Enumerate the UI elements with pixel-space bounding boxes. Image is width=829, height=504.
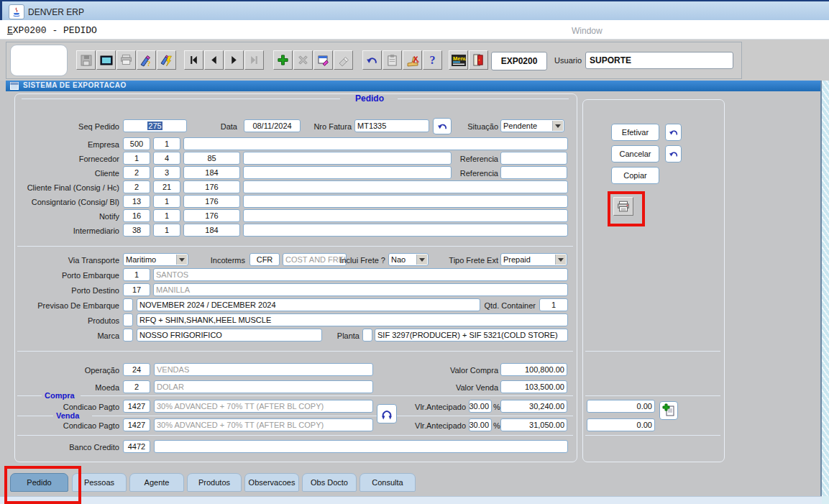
user-field[interactable]: SUPORTE bbox=[585, 52, 733, 69]
delete-record-button[interactable] bbox=[293, 50, 313, 70]
notify-name-field[interactable] bbox=[243, 209, 568, 222]
menu-item-window[interactable]: Window bbox=[572, 26, 603, 36]
tipo-frete-dropdown[interactable]: Prepaid bbox=[500, 253, 567, 266]
via-transporte-dropdown[interactable]: Maritimo bbox=[123, 253, 188, 266]
cancelar-undo-button[interactable] bbox=[665, 145, 682, 162]
seq-pedido-field[interactable]: 275 bbox=[123, 119, 187, 132]
cliente-code1-field[interactable]: 2 bbox=[123, 166, 150, 179]
cliente-code3-field[interactable]: 184 bbox=[183, 166, 240, 179]
previous-record-button[interactable] bbox=[204, 50, 224, 70]
vlr-extra-compra-field[interactable]: 0.00 bbox=[587, 400, 655, 413]
cliente-final-code3-field[interactable]: 176 bbox=[183, 180, 240, 193]
situacao-dropdown[interactable]: Pendente bbox=[500, 119, 564, 132]
vlr-antecipado-venda-pct-field[interactable]: 30.00 bbox=[469, 418, 492, 431]
efetivar-undo-button[interactable] bbox=[665, 124, 682, 141]
consigntario-code2-field[interactable]: 1 bbox=[153, 195, 180, 208]
previsao-field[interactable]: NOVEMBER 2024 / DECEMBER 2024 bbox=[137, 298, 480, 311]
last-record-button[interactable] bbox=[244, 50, 264, 70]
efetivar-button[interactable]: Efetivar bbox=[611, 124, 659, 141]
planta-field[interactable]: SIF 3297(PRODUCER) + SIF 5321(COLD STORE… bbox=[375, 329, 568, 342]
tab-produtos[interactable]: Produtos bbox=[187, 473, 242, 492]
query-edit-button[interactable] bbox=[313, 50, 333, 70]
cliente-code2-field[interactable]: 3 bbox=[153, 166, 180, 179]
planta-flag-field[interactable] bbox=[362, 329, 372, 342]
produtos-field[interactable]: RFQ + SHIN,SHANK,HEEL MUSCLE bbox=[137, 313, 568, 326]
clipboard-button[interactable] bbox=[383, 50, 402, 70]
intermediario-name-field[interactable] bbox=[243, 224, 568, 237]
tab-obs-docto[interactable]: Obs Docto bbox=[302, 473, 357, 492]
inclui-frete-dropdown[interactable]: Nao bbox=[388, 253, 429, 266]
fornecedor-code2-field[interactable]: 4 bbox=[153, 152, 180, 165]
notify-code1-field[interactable]: 16 bbox=[123, 209, 150, 222]
screen-button[interactable] bbox=[96, 50, 116, 70]
intermediario-code2-field[interactable]: 1 bbox=[153, 224, 180, 237]
menu-button[interactable]: Menu bbox=[449, 50, 468, 70]
cliente-final-name-field[interactable] bbox=[243, 180, 568, 193]
tab-pessoas[interactable]: Pessoas bbox=[72, 473, 127, 492]
copiar-button[interactable]: Copiar bbox=[611, 167, 659, 184]
undo-button[interactable] bbox=[362, 50, 382, 70]
consigntario-code3-field[interactable]: 176 bbox=[183, 195, 240, 208]
previsao-flag-field[interactable] bbox=[123, 298, 133, 311]
tab-observacoes[interactable]: Observacoes bbox=[244, 473, 299, 492]
swap-condicoes-button[interactable] bbox=[377, 404, 397, 423]
fornecedor-name-field[interactable] bbox=[243, 152, 452, 165]
data-field[interactable]: 08/11/2024 bbox=[244, 119, 301, 132]
porto-destino-code-field[interactable]: 17 bbox=[123, 283, 150, 296]
exit-button[interactable] bbox=[469, 50, 488, 70]
tab-agente[interactable]: Agente bbox=[129, 473, 184, 492]
help-button[interactable]: ? bbox=[423, 50, 442, 70]
vlr-antecipado-compra-pct-field[interactable]: 30.00 bbox=[469, 400, 492, 413]
nro-fatura-field[interactable]: MT1335 bbox=[354, 119, 429, 132]
fornecedor-code1-field[interactable]: 1 bbox=[123, 152, 150, 165]
vlr-antecipado-venda-field[interactable]: 31,050.00 bbox=[500, 418, 567, 431]
next-record-button[interactable] bbox=[224, 50, 244, 70]
cliente-referencia-field[interactable] bbox=[500, 166, 567, 179]
condicao-compra-code-field[interactable]: 1427 bbox=[123, 400, 150, 413]
notify-code3-field[interactable]: 176 bbox=[183, 209, 240, 222]
tab-pedido[interactable]: Pedido bbox=[10, 473, 68, 492]
fatura-undo-button[interactable] bbox=[433, 118, 452, 134]
consigntario-name-field[interactable] bbox=[243, 195, 568, 208]
marca-flag-field[interactable] bbox=[123, 329, 133, 342]
marca-field[interactable]: NOSSO FRIGORIFICO bbox=[137, 329, 322, 342]
empresa-name-field[interactable] bbox=[183, 137, 568, 150]
cliente-final-code2-field[interactable]: 21 bbox=[153, 180, 180, 193]
intermediario-code1-field[interactable]: 38 bbox=[123, 224, 150, 237]
consigntario-code1-field[interactable]: 13 bbox=[123, 195, 150, 208]
wizard-run-button[interactable] bbox=[157, 50, 176, 70]
save-button[interactable] bbox=[76, 50, 96, 70]
moeda-code-field[interactable]: 2 bbox=[123, 380, 150, 393]
tab-consulta[interactable]: Consulta bbox=[359, 473, 416, 492]
banco-credito-code-field[interactable]: 4472 bbox=[123, 440, 150, 453]
qtd-container-field[interactable]: 1 bbox=[539, 298, 568, 311]
operacao-code-field[interactable]: 24 bbox=[123, 363, 150, 376]
add-record-button[interactable] bbox=[273, 50, 293, 70]
incoterms-code-field[interactable]: CFR bbox=[249, 253, 280, 266]
cliente-final-code1-field[interactable]: 2 bbox=[123, 180, 150, 193]
valor-compra-field[interactable]: 100,800.00 bbox=[500, 363, 567, 376]
intermediario-code3-field[interactable]: 184 bbox=[183, 224, 240, 237]
condicao-venda-code-field[interactable]: 1427 bbox=[123, 418, 150, 431]
cliente-name-field[interactable] bbox=[243, 166, 452, 179]
empresa-code2-field[interactable]: 1 bbox=[153, 137, 180, 150]
empresa-code1-field[interactable]: 500 bbox=[123, 137, 150, 150]
vlr-antecipado-compra-field[interactable]: 30,240.00 bbox=[500, 400, 567, 413]
first-record-button[interactable] bbox=[184, 50, 203, 70]
print-order-button[interactable] bbox=[613, 197, 633, 216]
produtos-flag-field[interactable] bbox=[123, 313, 133, 326]
vlr-extra-venda-field[interactable]: 0.00 bbox=[587, 418, 655, 431]
wizard-help-button[interactable]: ? bbox=[137, 50, 156, 70]
notify-code2-field[interactable]: 1 bbox=[153, 209, 180, 222]
add-document-button[interactable] bbox=[659, 401, 678, 420]
menu-item-exp0200-pedido[interactable]: EXP0200 - PEDIDO bbox=[7, 25, 97, 36]
inner-window-titlebar[interactable]: SISTEMA DE EXPORTACAO bbox=[6, 81, 820, 91]
fornecedor-referencia-field[interactable] bbox=[500, 152, 567, 165]
eraser-button[interactable] bbox=[334, 50, 353, 70]
cut-hand-button[interactable] bbox=[403, 50, 422, 70]
print-button[interactable] bbox=[116, 50, 136, 70]
cancelar-button[interactable]: Cancelar bbox=[611, 145, 659, 162]
porto-embarque-code-field[interactable]: 1 bbox=[123, 268, 150, 281]
valor-venda-field[interactable]: 103,500.00 bbox=[500, 380, 567, 393]
banco-credito-desc-field[interactable] bbox=[154, 440, 568, 453]
